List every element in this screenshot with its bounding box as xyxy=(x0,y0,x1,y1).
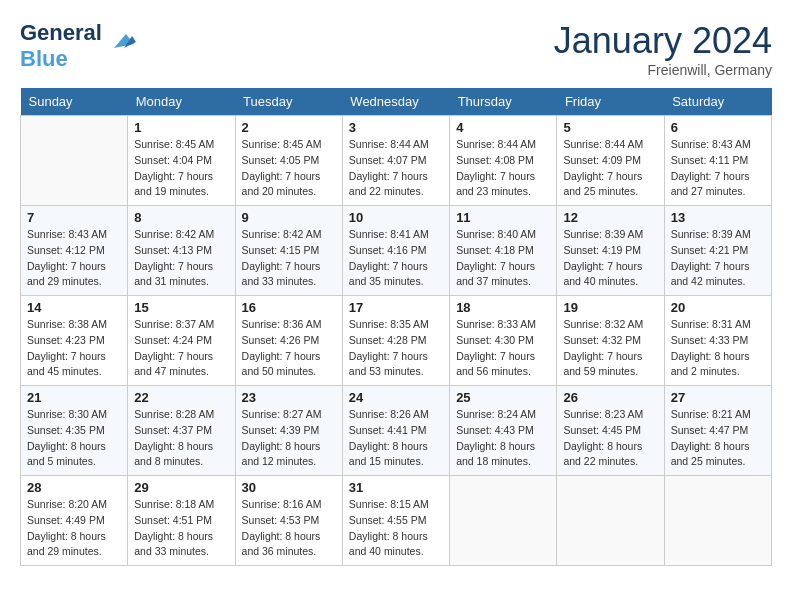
week-row-1: 1Sunrise: 8:45 AMSunset: 4:04 PMDaylight… xyxy=(21,116,772,206)
day-info: Sunrise: 8:45 AMSunset: 4:05 PMDaylight:… xyxy=(242,137,336,200)
day-info: Sunrise: 8:42 AMSunset: 4:15 PMDaylight:… xyxy=(242,227,336,290)
day-number: 20 xyxy=(671,300,765,315)
calendar-cell xyxy=(21,116,128,206)
title-section: January 2024 Freienwill, Germany xyxy=(554,20,772,78)
day-number: 22 xyxy=(134,390,228,405)
page-header: General Blue January 2024 Freienwill, Ge… xyxy=(20,20,772,78)
day-number: 31 xyxy=(349,480,443,495)
calendar-cell: 7Sunrise: 8:43 AMSunset: 4:12 PMDaylight… xyxy=(21,206,128,296)
weekday-header-saturday: Saturday xyxy=(664,88,771,116)
day-number: 1 xyxy=(134,120,228,135)
location-subtitle: Freienwill, Germany xyxy=(554,62,772,78)
weekday-header-tuesday: Tuesday xyxy=(235,88,342,116)
weekday-header-monday: Monday xyxy=(128,88,235,116)
calendar-cell: 28Sunrise: 8:20 AMSunset: 4:49 PMDayligh… xyxy=(21,476,128,566)
day-info: Sunrise: 8:32 AMSunset: 4:32 PMDaylight:… xyxy=(563,317,657,380)
day-info: Sunrise: 8:24 AMSunset: 4:43 PMDaylight:… xyxy=(456,407,550,470)
day-info: Sunrise: 8:37 AMSunset: 4:24 PMDaylight:… xyxy=(134,317,228,380)
day-number: 5 xyxy=(563,120,657,135)
calendar-cell: 10Sunrise: 8:41 AMSunset: 4:16 PMDayligh… xyxy=(342,206,449,296)
calendar-cell: 11Sunrise: 8:40 AMSunset: 4:18 PMDayligh… xyxy=(450,206,557,296)
calendar-cell: 3Sunrise: 8:44 AMSunset: 4:07 PMDaylight… xyxy=(342,116,449,206)
calendar-cell: 21Sunrise: 8:30 AMSunset: 4:35 PMDayligh… xyxy=(21,386,128,476)
calendar-cell xyxy=(664,476,771,566)
day-info: Sunrise: 8:26 AMSunset: 4:41 PMDaylight:… xyxy=(349,407,443,470)
calendar-cell: 15Sunrise: 8:37 AMSunset: 4:24 PMDayligh… xyxy=(128,296,235,386)
day-info: Sunrise: 8:18 AMSunset: 4:51 PMDaylight:… xyxy=(134,497,228,560)
day-number: 3 xyxy=(349,120,443,135)
day-number: 26 xyxy=(563,390,657,405)
weekday-header-friday: Friday xyxy=(557,88,664,116)
calendar-cell: 31Sunrise: 8:15 AMSunset: 4:55 PMDayligh… xyxy=(342,476,449,566)
day-info: Sunrise: 8:41 AMSunset: 4:16 PMDaylight:… xyxy=(349,227,443,290)
day-info: Sunrise: 8:36 AMSunset: 4:26 PMDaylight:… xyxy=(242,317,336,380)
calendar-cell: 5Sunrise: 8:44 AMSunset: 4:09 PMDaylight… xyxy=(557,116,664,206)
day-number: 16 xyxy=(242,300,336,315)
week-row-5: 28Sunrise: 8:20 AMSunset: 4:49 PMDayligh… xyxy=(21,476,772,566)
calendar-cell: 18Sunrise: 8:33 AMSunset: 4:30 PMDayligh… xyxy=(450,296,557,386)
calendar-table: SundayMondayTuesdayWednesdayThursdayFrid… xyxy=(20,88,772,566)
week-row-2: 7Sunrise: 8:43 AMSunset: 4:12 PMDaylight… xyxy=(21,206,772,296)
day-info: Sunrise: 8:33 AMSunset: 4:30 PMDaylight:… xyxy=(456,317,550,380)
day-number: 13 xyxy=(671,210,765,225)
calendar-cell: 8Sunrise: 8:42 AMSunset: 4:13 PMDaylight… xyxy=(128,206,235,296)
day-info: Sunrise: 8:40 AMSunset: 4:18 PMDaylight:… xyxy=(456,227,550,290)
day-number: 27 xyxy=(671,390,765,405)
day-info: Sunrise: 8:42 AMSunset: 4:13 PMDaylight:… xyxy=(134,227,228,290)
calendar-cell: 14Sunrise: 8:38 AMSunset: 4:23 PMDayligh… xyxy=(21,296,128,386)
day-number: 24 xyxy=(349,390,443,405)
day-number: 19 xyxy=(563,300,657,315)
weekday-header-wednesday: Wednesday xyxy=(342,88,449,116)
weekday-header-sunday: Sunday xyxy=(21,88,128,116)
day-info: Sunrise: 8:30 AMSunset: 4:35 PMDaylight:… xyxy=(27,407,121,470)
logo: General Blue xyxy=(20,20,136,72)
calendar-cell: 24Sunrise: 8:26 AMSunset: 4:41 PMDayligh… xyxy=(342,386,449,476)
day-info: Sunrise: 8:23 AMSunset: 4:45 PMDaylight:… xyxy=(563,407,657,470)
day-info: Sunrise: 8:39 AMSunset: 4:21 PMDaylight:… xyxy=(671,227,765,290)
calendar-cell: 13Sunrise: 8:39 AMSunset: 4:21 PMDayligh… xyxy=(664,206,771,296)
day-number: 15 xyxy=(134,300,228,315)
day-info: Sunrise: 8:43 AMSunset: 4:12 PMDaylight:… xyxy=(27,227,121,290)
calendar-cell: 26Sunrise: 8:23 AMSunset: 4:45 PMDayligh… xyxy=(557,386,664,476)
calendar-cell: 22Sunrise: 8:28 AMSunset: 4:37 PMDayligh… xyxy=(128,386,235,476)
day-info: Sunrise: 8:39 AMSunset: 4:19 PMDaylight:… xyxy=(563,227,657,290)
day-number: 6 xyxy=(671,120,765,135)
logo-text: General Blue xyxy=(20,20,102,72)
calendar-cell: 27Sunrise: 8:21 AMSunset: 4:47 PMDayligh… xyxy=(664,386,771,476)
calendar-cell: 9Sunrise: 8:42 AMSunset: 4:15 PMDaylight… xyxy=(235,206,342,296)
day-number: 8 xyxy=(134,210,228,225)
day-number: 21 xyxy=(27,390,121,405)
day-number: 12 xyxy=(563,210,657,225)
day-number: 2 xyxy=(242,120,336,135)
calendar-cell xyxy=(557,476,664,566)
calendar-cell: 30Sunrise: 8:16 AMSunset: 4:53 PMDayligh… xyxy=(235,476,342,566)
calendar-cell: 25Sunrise: 8:24 AMSunset: 4:43 PMDayligh… xyxy=(450,386,557,476)
day-number: 30 xyxy=(242,480,336,495)
day-number: 10 xyxy=(349,210,443,225)
day-number: 11 xyxy=(456,210,550,225)
day-info: Sunrise: 8:31 AMSunset: 4:33 PMDaylight:… xyxy=(671,317,765,380)
calendar-cell: 20Sunrise: 8:31 AMSunset: 4:33 PMDayligh… xyxy=(664,296,771,386)
day-number: 7 xyxy=(27,210,121,225)
logo-icon xyxy=(106,26,136,56)
day-number: 17 xyxy=(349,300,443,315)
day-number: 23 xyxy=(242,390,336,405)
month-title: January 2024 xyxy=(554,20,772,62)
day-info: Sunrise: 8:35 AMSunset: 4:28 PMDaylight:… xyxy=(349,317,443,380)
day-info: Sunrise: 8:44 AMSunset: 4:08 PMDaylight:… xyxy=(456,137,550,200)
day-info: Sunrise: 8:45 AMSunset: 4:04 PMDaylight:… xyxy=(134,137,228,200)
calendar-cell: 6Sunrise: 8:43 AMSunset: 4:11 PMDaylight… xyxy=(664,116,771,206)
day-info: Sunrise: 8:27 AMSunset: 4:39 PMDaylight:… xyxy=(242,407,336,470)
calendar-cell: 29Sunrise: 8:18 AMSunset: 4:51 PMDayligh… xyxy=(128,476,235,566)
calendar-cell: 19Sunrise: 8:32 AMSunset: 4:32 PMDayligh… xyxy=(557,296,664,386)
week-row-4: 21Sunrise: 8:30 AMSunset: 4:35 PMDayligh… xyxy=(21,386,772,476)
calendar-cell: 2Sunrise: 8:45 AMSunset: 4:05 PMDaylight… xyxy=(235,116,342,206)
day-info: Sunrise: 8:44 AMSunset: 4:09 PMDaylight:… xyxy=(563,137,657,200)
day-number: 28 xyxy=(27,480,121,495)
day-number: 14 xyxy=(27,300,121,315)
day-number: 29 xyxy=(134,480,228,495)
day-number: 18 xyxy=(456,300,550,315)
day-info: Sunrise: 8:28 AMSunset: 4:37 PMDaylight:… xyxy=(134,407,228,470)
calendar-cell: 1Sunrise: 8:45 AMSunset: 4:04 PMDaylight… xyxy=(128,116,235,206)
day-info: Sunrise: 8:16 AMSunset: 4:53 PMDaylight:… xyxy=(242,497,336,560)
